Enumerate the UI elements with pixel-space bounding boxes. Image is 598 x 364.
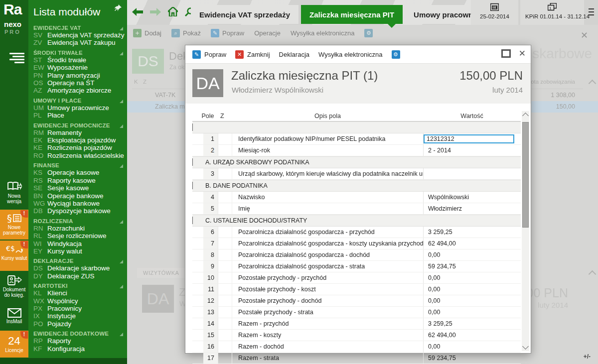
sidebar-item-ds[interactable]: DSDeklaracje skarbowe: [28, 264, 127, 272]
table-row[interactable]: 1Identyfikator podatkowy NIP/numer PESEL…: [192, 133, 521, 145]
sidebar-item-po[interactable]: POPojazdy: [28, 320, 127, 328]
modules-menu-icon[interactable]: [0, 50, 28, 70]
rail-item-insmail[interactable]: InsMail: [0, 305, 28, 329]
collapse-triangle-icon[interactable]: [120, 100, 123, 103]
table-row[interactable]: 15Razem - koszty62 494,00: [192, 330, 521, 341]
rail-item-nowe-parametry[interactable]: §Nowe parametry!: [0, 210, 28, 240]
table-row[interactable]: 12Pozostałe przychody - dochód0,00: [192, 295, 521, 307]
sidebar-item-wx[interactable]: WXWspólnicy: [28, 297, 127, 305]
rail-item-nowa-wersja[interactable]: Nowa wersja: [0, 178, 28, 206]
table-scrollbar[interactable]: [522, 111, 529, 351]
sidebar-item-px[interactable]: PXPracownicy: [28, 305, 127, 312]
sidebar-item-um[interactable]: UMUmowy pracownicze: [28, 104, 127, 112]
collapse-triangle-icon[interactable]: [120, 27, 123, 30]
sidebar-section-header[interactable]: FINANSE: [28, 161, 127, 169]
collapse-triangle-icon[interactable]: [120, 260, 123, 263]
table-row[interactable]: 5ImięWłodzimierz: [192, 203, 521, 215]
sidebar-item-ke[interactable]: KERozliczenia pojazdów: [28, 144, 127, 151]
table-row[interactable]: 2Miesiąc-rok2 - 2014: [192, 145, 521, 156]
sidebar-section-header[interactable]: EWIDENCJE DODATKOWE: [28, 330, 127, 337]
table-row[interactable]: 3Urząd skarbowy, którym kieruje właściwy…: [192, 168, 521, 180]
home-icon[interactable]: [168, 7, 178, 16]
close-module-icon[interactable]: ✕: [581, 30, 588, 40]
collapse-chevron-icon[interactable]: [192, 217, 203, 224]
back-icon[interactable]: [132, 8, 143, 16]
gear-icon[interactable]: ⚙: [364, 29, 373, 37]
toolbar-dodaj[interactable]: +Dodaj: [133, 29, 161, 37]
collapse-chevron-icon[interactable]: [192, 182, 203, 189]
scrollbar-thumb[interactable]: [522, 122, 529, 228]
sidebar-item-wg[interactable]: WGWyciągi bankowe: [28, 200, 127, 207]
collapse-chevron-icon[interactable]: [192, 159, 203, 166]
table-row[interactable]: 6Pozarolnicza działalność gospodarcza - …: [192, 227, 521, 238]
maximize-icon[interactable]: [501, 49, 511, 58]
tab-1[interactable]: Ewidencja VAT sprzedaży: [191, 5, 299, 24]
sidebar-item-kl[interactable]: KLKlienci: [28, 289, 127, 297]
preview-tab-1[interactable]: WIZYTÓWKA: [137, 268, 185, 278]
sidebar-section-header[interactable]: DEKLARACJE: [28, 257, 127, 264]
sidebar-item-pn[interactable]: PNPlany amortyzacji: [28, 72, 127, 79]
table-group-row[interactable]: [192, 121, 521, 133]
table-row[interactable]: 17Razem - strata59 234,75: [192, 353, 521, 364]
toolbar-operacje[interactable]: Operacje: [254, 29, 281, 37]
period-button[interactable]: 1 KPiR 01.01.14 - 31.12.14: [520, 0, 584, 25]
sidebar-item-az[interactable]: AZAmortyzacje zbiorcze: [28, 87, 127, 94]
settings-button[interactable]: ⚙: [392, 50, 400, 59]
table-row[interactable]: 16Razem - dochód0,00: [192, 341, 521, 353]
sidebar-item-se[interactable]: SESesje kasowe: [28, 184, 127, 192]
sidebar-section-header[interactable]: ROZLICZENIA: [28, 217, 127, 225]
table-row[interactable]: 8Pozarolnicza działalność gospodarcza - …: [192, 249, 521, 261]
sidebar-item-ey[interactable]: EYKursy walut: [28, 247, 127, 255]
table-group-row[interactable]: C. USTALENIE DOCHODU/STRATY: [192, 215, 521, 227]
sidebar-item-rm[interactable]: RMRemanenty: [28, 129, 127, 136]
sidebar-section-header[interactable]: UMOWY I PŁACE: [28, 97, 127, 104]
toolbar-poka-[interactable]: ⌕Pokaż: [171, 29, 201, 37]
collapse-triangle-icon[interactable]: [120, 333, 123, 336]
toolbar-wysy-ka-elektroniczna[interactable]: Wysyłka elektroniczna: [291, 29, 354, 37]
sidebar-item-ro[interactable]: RORozliczenia właścicielskie: [28, 152, 127, 159]
overflow-menu-icon[interactable]: [586, 7, 597, 18]
rail-item-dokument-do-ksieg[interactable]: Dokument do księg.: [0, 272, 28, 304]
zamknij-button[interactable]: ✕ Zamknij: [235, 50, 270, 59]
sidebar-section-header[interactable]: EWIDENCJE POMOCNICZE: [28, 121, 127, 129]
scroll-down-icon[interactable]: [522, 343, 529, 350]
table-row[interactable]: 9Pozarolnicza działalność gospodarcza - …: [192, 261, 521, 272]
dialog-close-icon[interactable]: ✕: [519, 49, 526, 58]
sidebar-item-st[interactable]: STŚrodki trwałe: [28, 56, 127, 64]
zoom-control[interactable]: +/-: [584, 353, 591, 360]
sidebar-item-ks[interactable]: KSOperacje kasowe: [28, 169, 127, 176]
date-button[interactable]: 25-02-2014: [471, 0, 518, 25]
collapse-triangle-icon[interactable]: [120, 164, 123, 168]
rail-item-kursy-walut[interactable]: €$Kursy walut!: [0, 241, 28, 271]
sidebar-item-ix[interactable]: IXInstytucje: [28, 312, 127, 320]
sidebar-item-dy[interactable]: DYDeklaracje ZUS: [28, 272, 127, 280]
table-row[interactable]: 7Pozarolnicza działalność gospodarcza - …: [192, 238, 521, 249]
collapse-triangle-icon[interactable]: [120, 285, 123, 288]
sidebar-item-kf[interactable]: KFKonfiguracja: [28, 345, 127, 353]
table-row[interactable]: 4NazwiskoWspólnikowski: [192, 192, 521, 203]
sidebar-section-header[interactable]: ŚRODKI TRWAŁE: [28, 49, 127, 56]
sidebar-item-os[interactable]: OSOperacje na ŚT: [28, 79, 127, 87]
collapse-triangle-icon[interactable]: [120, 124, 123, 128]
field-value-input[interactable]: [424, 134, 514, 143]
sidebar-item-sv[interactable]: SVEwidencja VAT sprzedaży: [28, 31, 127, 39]
table-row[interactable]: 14Razem - przychód3 259,25: [192, 318, 521, 330]
table-row[interactable]: 13Pozstałe przychody - strata0,00: [192, 307, 521, 318]
sidebar-item-ew[interactable]: EWWyposażenie: [28, 64, 127, 71]
sidebar-item-pl[interactable]: PLPłace: [28, 112, 127, 119]
sidebar-section-header[interactable]: EWIDENCJE VAT: [28, 24, 127, 31]
collapse-triangle-icon[interactable]: [120, 52, 123, 55]
rail-item-licencje[interactable]: 24Licencje!: [0, 331, 28, 358]
table-group-row[interactable]: A. URZĄD SKARBOWY PODATNIKA: [192, 156, 521, 168]
sidebar-item-ek[interactable]: EKEksploatacja pojazdów: [28, 136, 127, 144]
sidebar-item-bn[interactable]: BNOperacje bankowe: [28, 192, 127, 200]
scroll-up-icon[interactable]: [589, 80, 597, 88]
scroll-up-icon[interactable]: [589, 270, 597, 278]
table-row[interactable]: 10Pozostałe przychody - przychód0,00: [192, 272, 521, 284]
wysylka-menu[interactable]: Wysyłka elektroniczna: [318, 51, 382, 58]
popraw-button[interactable]: ✎ Popraw: [192, 50, 226, 59]
pin-icon[interactable]: [114, 4, 122, 12]
sidebar-item-rn[interactable]: RNRozrachunki: [28, 225, 127, 232]
table-group-row[interactable]: B. DANE PODATNIKA: [192, 180, 521, 192]
scroll-up-icon[interactable]: [522, 113, 529, 119]
